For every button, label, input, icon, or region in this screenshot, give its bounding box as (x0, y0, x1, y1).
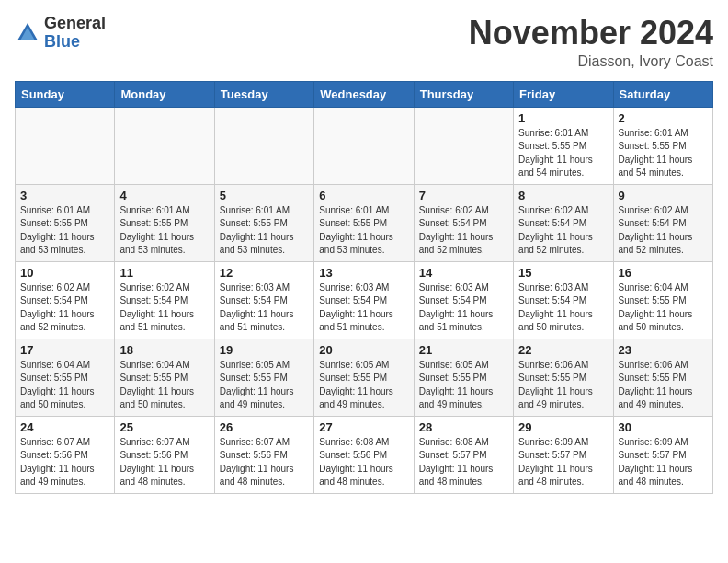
day-info: Sunrise: 6:07 AMSunset: 5:56 PMDaylight:… (20, 436, 109, 489)
day-info: Sunrise: 6:07 AMSunset: 5:56 PMDaylight:… (220, 436, 309, 489)
calendar-day: 23Sunrise: 6:06 AMSunset: 5:55 PMDayligh… (613, 339, 712, 416)
day-info: Sunrise: 6:01 AMSunset: 5:55 PMDaylight:… (20, 204, 109, 258)
header: General Blue November 2024 Diasson, Ivor… (15, 15, 713, 70)
day-number: 18 (119, 343, 209, 357)
calendar-day: 13Sunrise: 6:03 AMSunset: 5:54 PMDayligh… (314, 261, 414, 339)
calendar-day: 22Sunrise: 6:06 AMSunset: 5:55 PMDayligh… (514, 339, 613, 416)
calendar-day: 26Sunrise: 6:07 AMSunset: 5:56 PMDayligh… (214, 416, 313, 493)
day-info: Sunrise: 6:01 AMSunset: 5:55 PMDaylight:… (319, 204, 408, 258)
day-info: Sunrise: 6:03 AMSunset: 5:54 PMDaylight:… (220, 282, 309, 335)
weekday-header-thursday: Thursday (414, 81, 513, 107)
day-info: Sunrise: 6:03 AMSunset: 5:54 PMDaylight:… (419, 282, 508, 335)
calendar-week-row: 10Sunrise: 6:02 AMSunset: 5:54 PMDayligh… (16, 261, 713, 339)
day-number: 19 (220, 343, 309, 357)
day-info: Sunrise: 6:04 AMSunset: 5:55 PMDaylight:… (119, 359, 209, 412)
calendar-week-row: 3Sunrise: 6:01 AMSunset: 5:55 PMDaylight… (16, 184, 713, 261)
day-number: 9 (619, 189, 708, 202)
month-title: November 2024 (469, 15, 713, 52)
calendar-day (115, 107, 214, 184)
day-info: Sunrise: 6:05 AMSunset: 5:55 PMDaylight:… (419, 359, 508, 412)
logo-general-text: General (44, 15, 106, 33)
calendar-day: 14Sunrise: 6:03 AMSunset: 5:54 PMDayligh… (414, 261, 513, 339)
day-number: 23 (619, 343, 708, 357)
day-info: Sunrise: 6:03 AMSunset: 5:54 PMDaylight:… (319, 282, 408, 335)
day-number: 17 (20, 343, 109, 357)
day-info: Sunrise: 6:06 AMSunset: 5:55 PMDaylight:… (518, 359, 608, 412)
day-number: 5 (220, 189, 309, 202)
title-block: November 2024 Diasson, Ivory Coast (469, 15, 713, 70)
day-number: 20 (319, 343, 408, 357)
day-number: 12 (220, 266, 309, 280)
day-info: Sunrise: 6:07 AMSunset: 5:56 PMDaylight:… (119, 436, 209, 489)
weekday-header-sunday: Sunday (16, 81, 115, 107)
day-number: 30 (619, 420, 708, 434)
calendar-day: 4Sunrise: 6:01 AMSunset: 5:55 PMDaylight… (115, 184, 214, 261)
day-info: Sunrise: 6:03 AMSunset: 5:54 PMDaylight:… (518, 282, 608, 335)
calendar-day: 29Sunrise: 6:09 AMSunset: 5:57 PMDayligh… (514, 416, 613, 493)
calendar-day: 19Sunrise: 6:05 AMSunset: 5:55 PMDayligh… (214, 339, 313, 416)
day-info: Sunrise: 6:02 AMSunset: 5:54 PMDaylight:… (619, 204, 708, 258)
calendar-day: 21Sunrise: 6:05 AMSunset: 5:55 PMDayligh… (414, 339, 513, 416)
day-number: 8 (518, 189, 608, 202)
day-info: Sunrise: 6:01 AMSunset: 5:55 PMDaylight:… (119, 204, 209, 258)
calendar-day: 10Sunrise: 6:02 AMSunset: 5:54 PMDayligh… (16, 261, 115, 339)
day-info: Sunrise: 6:05 AMSunset: 5:55 PMDaylight:… (319, 359, 408, 412)
day-number: 27 (319, 420, 408, 434)
calendar-day: 7Sunrise: 6:02 AMSunset: 5:54 PMDaylight… (414, 184, 513, 261)
day-info: Sunrise: 6:06 AMSunset: 5:55 PMDaylight:… (619, 359, 708, 412)
calendar-day: 28Sunrise: 6:08 AMSunset: 5:57 PMDayligh… (414, 416, 513, 493)
day-number: 6 (319, 189, 408, 202)
calendar-day (16, 107, 115, 184)
calendar-day: 24Sunrise: 6:07 AMSunset: 5:56 PMDayligh… (16, 416, 115, 493)
day-number: 25 (119, 420, 209, 434)
day-info: Sunrise: 6:02 AMSunset: 5:54 PMDaylight:… (20, 282, 109, 335)
weekday-header-monday: Monday (115, 81, 214, 107)
calendar-day: 30Sunrise: 6:09 AMSunset: 5:57 PMDayligh… (613, 416, 712, 493)
day-info: Sunrise: 6:01 AMSunset: 5:55 PMDaylight:… (518, 127, 608, 180)
logo-blue-text: Blue (44, 33, 106, 52)
day-number: 4 (119, 189, 209, 202)
day-info: Sunrise: 6:04 AMSunset: 5:55 PMDaylight:… (20, 359, 109, 412)
calendar-day (314, 107, 414, 184)
page: General Blue November 2024 Diasson, Ivor… (0, 0, 728, 505)
day-number: 22 (518, 343, 608, 357)
calendar-day: 15Sunrise: 6:03 AMSunset: 5:54 PMDayligh… (514, 261, 613, 339)
weekday-header-friday: Friday (514, 81, 613, 107)
calendar-header-row: SundayMondayTuesdayWednesdayThursdayFrid… (16, 81, 713, 107)
calendar-week-row: 17Sunrise: 6:04 AMSunset: 5:55 PMDayligh… (16, 339, 713, 416)
calendar-table: SundayMondayTuesdayWednesdayThursdayFrid… (15, 81, 713, 494)
calendar-day (214, 107, 313, 184)
day-info: Sunrise: 6:08 AMSunset: 5:57 PMDaylight:… (419, 436, 508, 489)
day-info: Sunrise: 6:09 AMSunset: 5:57 PMDaylight:… (619, 436, 708, 489)
day-number: 29 (518, 420, 608, 434)
day-info: Sunrise: 6:09 AMSunset: 5:57 PMDaylight:… (518, 436, 608, 489)
calendar-day: 8Sunrise: 6:02 AMSunset: 5:54 PMDaylight… (514, 184, 613, 261)
day-info: Sunrise: 6:04 AMSunset: 5:55 PMDaylight:… (619, 282, 708, 335)
day-number: 15 (518, 266, 608, 280)
day-number: 7 (419, 189, 508, 202)
calendar-day: 25Sunrise: 6:07 AMSunset: 5:56 PMDayligh… (115, 416, 214, 493)
day-number: 28 (419, 420, 508, 434)
calendar-day (414, 107, 513, 184)
calendar-day: 6Sunrise: 6:01 AMSunset: 5:55 PMDaylight… (314, 184, 414, 261)
calendar-day: 3Sunrise: 6:01 AMSunset: 5:55 PMDaylight… (16, 184, 115, 261)
day-info: Sunrise: 6:02 AMSunset: 5:54 PMDaylight:… (119, 282, 209, 335)
day-number: 21 (419, 343, 508, 357)
day-info: Sunrise: 6:02 AMSunset: 5:54 PMDaylight:… (419, 204, 508, 258)
calendar-day: 12Sunrise: 6:03 AMSunset: 5:54 PMDayligh… (214, 261, 313, 339)
day-number: 10 (20, 266, 109, 280)
day-info: Sunrise: 6:01 AMSunset: 5:55 PMDaylight:… (619, 127, 708, 180)
calendar-day: 5Sunrise: 6:01 AMSunset: 5:55 PMDaylight… (214, 184, 313, 261)
day-number: 1 (518, 111, 608, 125)
logo: General Blue (15, 15, 106, 52)
calendar-day: 16Sunrise: 6:04 AMSunset: 5:55 PMDayligh… (613, 261, 712, 339)
weekday-header-tuesday: Tuesday (214, 81, 313, 107)
logo-icon (15, 20, 40, 46)
calendar-day: 27Sunrise: 6:08 AMSunset: 5:56 PMDayligh… (314, 416, 414, 493)
day-info: Sunrise: 6:05 AMSunset: 5:55 PMDaylight:… (220, 359, 309, 412)
calendar-week-row: 1Sunrise: 6:01 AMSunset: 5:55 PMDaylight… (16, 107, 713, 184)
day-number: 26 (220, 420, 309, 434)
day-number: 13 (319, 266, 408, 280)
calendar-day: 9Sunrise: 6:02 AMSunset: 5:54 PMDaylight… (613, 184, 712, 261)
calendar-day: 1Sunrise: 6:01 AMSunset: 5:55 PMDaylight… (514, 107, 613, 184)
